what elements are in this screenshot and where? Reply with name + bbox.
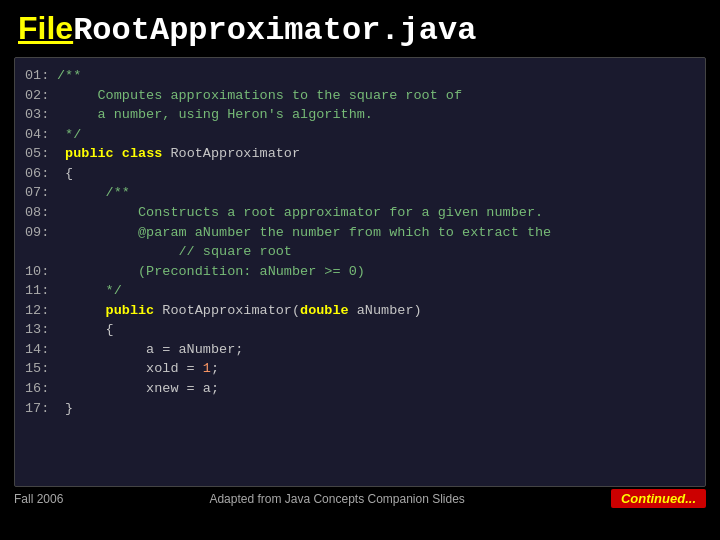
line-number: 07:: [25, 183, 57, 203]
line-number: [25, 242, 57, 262]
line-content: */: [57, 281, 122, 301]
table-row: 14: a = aNumber;: [25, 340, 695, 360]
line-content: {: [57, 164, 73, 184]
table-row: 06: {: [25, 164, 695, 184]
line-content: /**: [57, 66, 81, 86]
line-content: }: [57, 399, 73, 419]
line-content: Constructs a root approximator for a giv…: [57, 203, 543, 223]
line-content: xold = 1;: [57, 359, 219, 379]
line-number: 03:: [25, 105, 57, 125]
code-container: 01:/**02: Computes approximations to the…: [14, 57, 706, 487]
footer-continued: Continued...: [611, 489, 706, 508]
table-row: 13: {: [25, 320, 695, 340]
line-number: 05:: [25, 144, 57, 164]
table-row: 08: Constructs a root approximator for a…: [25, 203, 695, 223]
line-content: xnew = a;: [57, 379, 219, 399]
line-number: 01:: [25, 66, 57, 86]
title-rest: RootApproximator.java: [73, 12, 476, 49]
line-number: 04:: [25, 125, 57, 145]
footer-year: Fall 2006: [14, 492, 63, 506]
line-content: @param aNumber the number from which to …: [57, 223, 551, 243]
line-content: public class RootApproximator: [57, 144, 300, 164]
line-number: 02:: [25, 86, 57, 106]
footer: Fall 2006 Adapted from Java Concepts Com…: [0, 487, 720, 510]
line-number: 16:: [25, 379, 57, 399]
line-number: 14:: [25, 340, 57, 360]
table-row: 02: Computes approximations to the squar…: [25, 86, 695, 106]
line-number: 17:: [25, 399, 57, 419]
table-row: 17: }: [25, 399, 695, 419]
line-number: 10:: [25, 262, 57, 282]
line-content: /**: [57, 183, 130, 203]
line-content: Computes approximations to the square ro…: [57, 86, 462, 106]
line-number: 15:: [25, 359, 57, 379]
line-number: 13:: [25, 320, 57, 340]
line-number: 11:: [25, 281, 57, 301]
table-row: 10: (Precondition: aNumber >= 0): [25, 262, 695, 282]
table-row: 01:/**: [25, 66, 695, 86]
table-row: // square root: [25, 242, 695, 262]
line-content: // square root: [57, 242, 292, 262]
footer-credit: Adapted from Java Concepts Companion Sli…: [63, 492, 611, 506]
table-row: 07: /**: [25, 183, 695, 203]
table-row: 05: public class RootApproximator: [25, 144, 695, 164]
title-file: File: [18, 10, 73, 47]
table-row: 15: xold = 1;: [25, 359, 695, 379]
line-number: 06:: [25, 164, 57, 184]
line-number: 09:: [25, 223, 57, 243]
line-number: 08:: [25, 203, 57, 223]
table-row: 09: @param aNumber the number from which…: [25, 223, 695, 243]
table-row: 12: public RootApproximator(double aNumb…: [25, 301, 695, 321]
table-row: 04: */: [25, 125, 695, 145]
line-content: public RootApproximator(double aNumber): [57, 301, 422, 321]
title-bar: File RootApproximator.java: [0, 0, 720, 57]
line-content: {: [57, 320, 114, 340]
line-content: a = aNumber;: [57, 340, 243, 360]
line-content: a number, using Heron's algorithm.: [57, 105, 373, 125]
line-content: (Precondition: aNumber >= 0): [57, 262, 365, 282]
table-row: 16: xnew = a;: [25, 379, 695, 399]
table-row: 03: a number, using Heron's algorithm.: [25, 105, 695, 125]
line-content: */: [57, 125, 81, 145]
line-number: 12:: [25, 301, 57, 321]
table-row: 11: */: [25, 281, 695, 301]
